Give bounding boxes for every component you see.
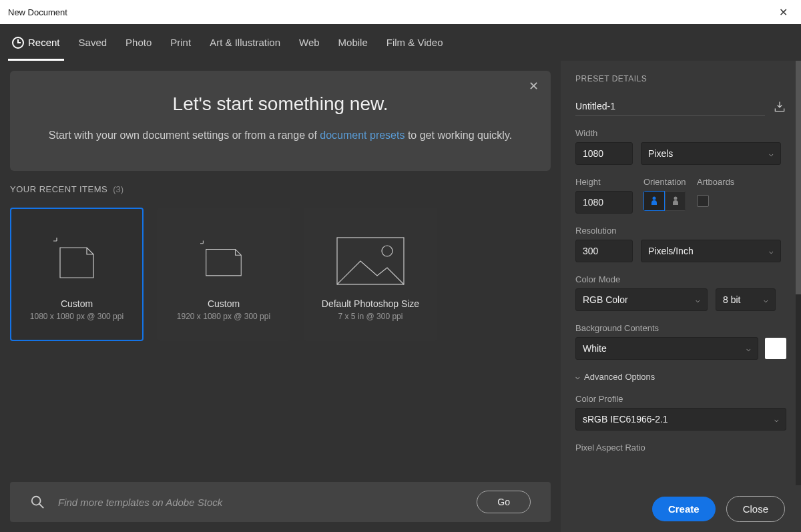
clock-icon (12, 37, 24, 49)
artboards-label: Artboards (697, 177, 734, 187)
color-mode-label: Color Mode (575, 274, 786, 284)
height-input[interactable] (575, 191, 633, 214)
background-label: Background Contents (575, 323, 786, 333)
recent-item-card[interactable]: Custom 1080 x 1080 px @ 300 ppi (10, 208, 144, 341)
resolution-units-value: Pixels/Inch (648, 246, 694, 256)
preview-icon (334, 228, 407, 294)
recent-items-count: (3) (113, 184, 123, 194)
recent-items-label: YOUR RECENT ITEMS (10, 184, 107, 194)
chevron-down-icon: ⌵ (774, 415, 779, 424)
search-icon (30, 495, 45, 509)
tab-recent-label: Recent (28, 37, 60, 48)
chevron-down-icon: ⌵ (769, 150, 774, 158)
orientation-portrait-button[interactable] (643, 191, 665, 211)
orientation-landscape-button[interactable] (665, 191, 686, 211)
bit-depth-value: 8 bit (723, 294, 740, 305)
hero-title: Let's start something new. (43, 93, 517, 115)
chevron-down-icon: ⌵ (769, 247, 774, 256)
document-presets-link[interactable]: document presets (320, 129, 405, 141)
tab-film[interactable]: Film & Video (386, 24, 443, 61)
svg-point-4 (674, 197, 678, 200)
close-icon[interactable]: ✕ (774, 3, 793, 21)
advanced-options-label: Advanced Options (584, 372, 655, 382)
preview-icon (53, 228, 100, 294)
units-select[interactable]: Pixels⌵ (641, 142, 781, 165)
units-value: Pixels (648, 148, 673, 159)
color-mode-select[interactable]: RGB Color⌵ (575, 288, 708, 311)
hero-sub-after: to get working quickly. (405, 129, 512, 141)
chevron-down-icon: ⌵ (575, 372, 580, 381)
card-name: Default Photoshop Size (322, 298, 419, 309)
card-spec: 1920 x 1080 px @ 300 ppi (177, 312, 270, 321)
artboards-checkbox[interactable] (697, 195, 709, 207)
recent-item-card[interactable]: Custom 1920 x 1080 px @ 300 ppi (157, 208, 290, 341)
color-profile-label: Color Profile (575, 394, 786, 404)
tab-strip: Recent Saved Photo Print Art & Illustrat… (0, 24, 801, 61)
recent-items-heading: YOUR RECENT ITEMS (3) (10, 184, 551, 194)
preview-icon (200, 228, 247, 294)
hero-close-icon[interactable]: ✕ (523, 76, 544, 96)
height-label: Height (575, 177, 633, 187)
background-color-swatch[interactable] (765, 338, 786, 359)
save-preset-icon[interactable] (773, 100, 786, 113)
tab-web[interactable]: Web (299, 24, 320, 61)
svg-point-3 (653, 197, 656, 200)
advanced-options-toggle[interactable]: ⌵ Advanced Options (575, 372, 786, 382)
card-name: Custom (61, 298, 93, 309)
tab-art[interactable]: Art & Illustration (210, 24, 280, 61)
create-button[interactable]: Create (652, 497, 716, 521)
svg-rect-0 (337, 238, 404, 284)
tab-mobile[interactable]: Mobile (338, 24, 368, 61)
tab-recent[interactable]: Recent (12, 24, 60, 61)
recent-item-card[interactable]: Default Photoshop Size 7 x 5 in @ 300 pp… (304, 208, 437, 341)
tab-saved[interactable]: Saved (79, 24, 107, 61)
tab-print[interactable]: Print (170, 24, 191, 61)
search-bar: Go (10, 482, 551, 522)
hero-subtitle: Start with your own document settings or… (43, 127, 517, 144)
resolution-units-select[interactable]: Pixels/Inch⌵ (641, 240, 781, 262)
color-profile-select[interactable]: sRGB IEC61966-2.1⌵ (575, 408, 786, 431)
preset-name-input[interactable] (575, 97, 765, 116)
card-name: Custom (208, 298, 240, 309)
resolution-label: Resolution (575, 226, 786, 236)
scrollbar[interactable] (796, 61, 801, 485)
chevron-down-icon: ⌵ (696, 296, 700, 304)
resolution-input[interactable] (575, 240, 633, 262)
color-profile-value: sRGB IEC61966-2.1 (583, 414, 668, 425)
background-select[interactable]: White⌵ (575, 337, 758, 360)
color-mode-value: RGB Color (583, 294, 628, 305)
chevron-down-icon: ⌵ (746, 344, 751, 353)
card-spec: 7 x 5 in @ 300 ppi (338, 312, 403, 321)
tab-photo[interactable]: Photo (125, 24, 152, 61)
svg-point-2 (32, 497, 41, 505)
background-value: White (583, 343, 607, 354)
pixel-aspect-ratio-label: Pixel Aspect Ratio (575, 443, 786, 453)
width-label: Width (575, 128, 786, 138)
close-button[interactable]: Close (726, 496, 785, 522)
bit-depth-select[interactable]: 8 bit⌵ (716, 288, 776, 311)
card-spec: 1080 x 1080 px @ 300 ppi (30, 312, 123, 321)
window-title: New Document (8, 7, 67, 17)
go-button[interactable]: Go (477, 491, 531, 513)
svg-point-1 (382, 246, 392, 256)
width-input[interactable] (575, 142, 633, 165)
search-input[interactable] (58, 497, 463, 508)
hero-sub-before: Start with your own document settings or… (49, 129, 320, 141)
orientation-label: Orientation (643, 177, 686, 187)
chevron-down-icon: ⌵ (764, 296, 768, 304)
hero-panel: ✕ Let's start something new. Start with … (10, 71, 551, 171)
preset-details-title: PRESET DETAILS (575, 74, 786, 83)
